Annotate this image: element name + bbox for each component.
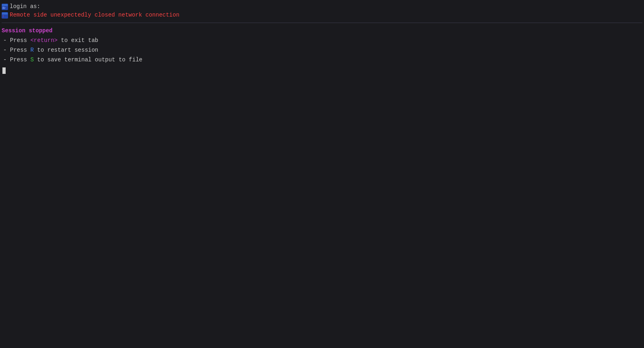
error-message: Remote side unexpectedly closed network … <box>10 11 179 19</box>
instruction-suffix-1: to exit tab <box>57 37 98 44</box>
terminal-window[interactable]: login as: ! Remote side unexpectedly clo… <box>0 0 644 348</box>
instruction-prefix-2: - Press <box>3 47 30 53</box>
cursor-line <box>2 66 642 74</box>
instruction-list: - Press <return> to exit tab - Press R t… <box>2 36 642 65</box>
key-s: S <box>30 57 34 63</box>
svg-rect-3 <box>2 8 6 8</box>
list-item: - Press <return> to exit tab <box>2 36 642 46</box>
instruction-suffix-3: to save terminal output to file <box>34 57 143 63</box>
session-section: Session stopped - Press <return> to exit… <box>2 26 642 74</box>
login-label: login as: <box>10 2 40 11</box>
svg-text:!: ! <box>2 15 4 18</box>
svg-rect-1 <box>2 4 8 6</box>
list-item: - Press R to restart session <box>2 46 642 55</box>
cursor <box>2 67 6 74</box>
svg-rect-2 <box>2 7 4 7</box>
instruction-suffix-2: to restart session <box>34 47 99 53</box>
error-icon: ! <box>2 12 8 19</box>
session-stopped-label: Session stopped <box>2 26 642 35</box>
instruction-prefix-3: - Press <box>3 57 30 63</box>
key-return: <return> <box>30 37 57 44</box>
terminal-icon <box>2 4 8 10</box>
header-section: login as: ! Remote side unexpectedly clo… <box>2 2 642 19</box>
list-item: - Press S to save terminal output to fil… <box>2 55 642 65</box>
instruction-prefix-1: - Press <box>3 37 30 44</box>
svg-rect-6 <box>2 13 8 15</box>
error-line: ! Remote side unexpectedly closed networ… <box>2 11 642 19</box>
key-r: R <box>30 47 34 53</box>
section-divider <box>2 23 642 23</box>
svg-rect-4 <box>2 8 5 9</box>
login-line: login as: <box>2 2 642 11</box>
